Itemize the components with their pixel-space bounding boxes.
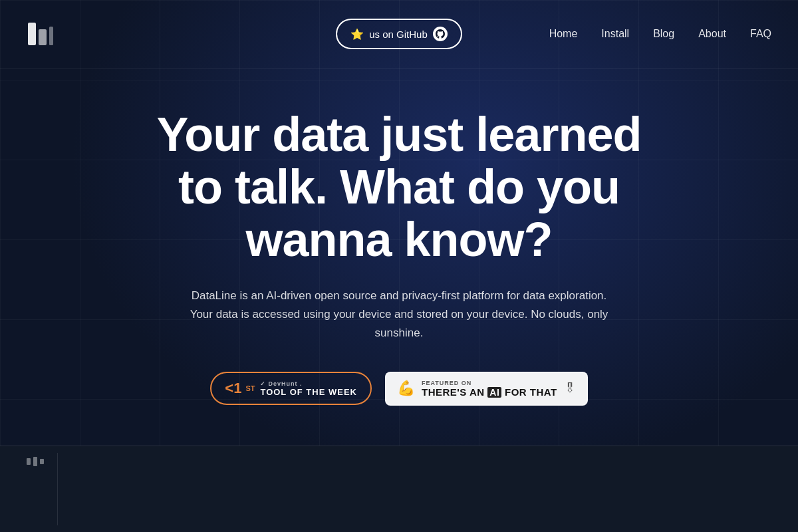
devhunt-label: TOOL OF THE WEEK [260,387,357,397]
nav-link-blog[interactable]: Blog [653,28,674,40]
hero-title: Your data just learned to talk. What do … [140,108,658,267]
bottom-section [0,446,798,532]
badge-row: <1 ST ✓DevHunt . TOOL OF THE WEEK 💪 FEAT… [210,372,587,406]
logo-icon [27,20,55,48]
hero-section: Your data just learned to talk. What do … [0,68,798,432]
devhunt-text: ✓DevHunt . TOOL OF THE WEEK [260,380,357,397]
nav-link-install[interactable]: Install [601,28,629,40]
arm-icon: 💪 [397,380,415,397]
nav-link-about[interactable]: About [698,28,726,40]
devhunt-badge[interactable]: <1 ST ✓DevHunt . TOOL OF THE WEEK [210,372,372,405]
svg-rect-0 [28,23,36,45]
navbar: ⭐ us on GitHub Home Install Blog About F… [0,0,798,68]
svg-rect-1 [39,29,47,45]
devhunt-number: <1 [225,380,241,397]
star-icon: ⭐ [350,28,364,41]
aithat-name: THERE'S AN AI FOR THAT [422,386,557,398]
devhunt-brand: ✓DevHunt . [260,380,302,387]
nav-links: Home Install Blog About FAQ [549,28,771,40]
aithat-featured-label: FEATURED ON [422,380,471,386]
nav-link-faq[interactable]: FAQ [750,28,771,40]
aithat-badge[interactable]: 💪 FEATURED ON THERE'S AN AI FOR THAT 🎖 [385,372,588,406]
devhunt-sup: ST [245,384,255,392]
nav-center: ⭐ us on GitHub [336,19,462,49]
ai-highlight: AI [487,387,501,398]
bottom-content-area [57,453,771,525]
ribbon-icon: 🎖 [564,382,576,396]
github-star-button[interactable]: ⭐ us on GitHub [336,19,462,49]
github-btn-label: us on GitHub [369,29,428,40]
bar-line-3 [40,459,44,464]
logo [27,20,55,48]
hero-subtitle: DataLine is an AI-driven open source and… [186,287,612,342]
bottom-bar-indicator [27,457,44,466]
github-icon [433,27,448,41]
bar-line-1 [27,458,31,465]
nav-link-home[interactable]: Home [549,28,578,40]
aithat-text: FEATURED ON THERE'S AN AI FOR THAT [422,380,557,398]
svg-rect-2 [49,27,53,45]
bar-line-2 [33,457,37,466]
